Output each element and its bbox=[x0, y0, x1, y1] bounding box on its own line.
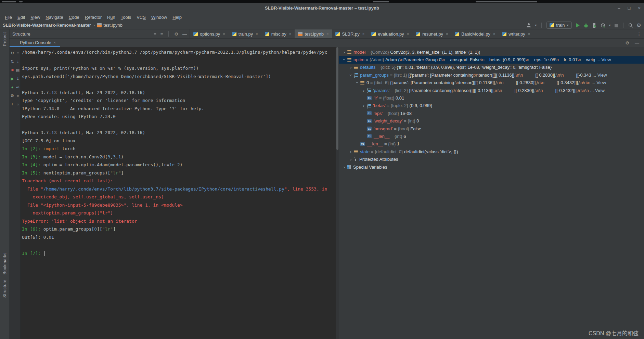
menu-item-window[interactable]: Window bbox=[149, 15, 170, 20]
chevron-down-icon[interactable]: ▾ bbox=[535, 23, 537, 27]
console-toolbar-icon[interactable]: ■ bbox=[11, 68, 13, 73]
search-everywhere-icon[interactable] bbox=[628, 22, 633, 28]
console-toolbar-icon[interactable]: ∞ bbox=[16, 85, 20, 90]
sort-icon[interactable]: ≡ bbox=[154, 31, 156, 37]
menu-item-tools[interactable]: Tools bbox=[118, 15, 134, 20]
variable-row-optim[interactable]: ›optim = {Adam} Adam (\nParameter Group … bbox=[339, 56, 644, 63]
menu-item-run[interactable]: Run bbox=[104, 15, 118, 20]
menu-item-edit[interactable]: Edit bbox=[15, 15, 28, 20]
editor-tab-test.ipynb[interactable]: test.ipynb× bbox=[295, 29, 332, 38]
chevron-down-icon[interactable]: › bbox=[355, 80, 360, 86]
console-toolbar-icon[interactable]: ⇅ bbox=[11, 59, 14, 64]
view-link[interactable]: ... View bbox=[595, 57, 613, 62]
view-link[interactable]: ... View bbox=[590, 80, 608, 85]
variable-row-eps[interactable]: 01'eps' = {float} 1e-08 bbox=[339, 109, 644, 117]
hide-panel-icon[interactable]: — bbox=[182, 31, 187, 37]
run-with-coverage-button[interactable] bbox=[592, 22, 597, 28]
debug-button[interactable] bbox=[583, 22, 589, 28]
tab-overflow-icon[interactable]: ⋮ bbox=[634, 29, 644, 38]
breadcrumb-project[interactable]: SLBR-Visible-Watermark-Removal-master bbox=[3, 23, 91, 28]
menu-item-navigate[interactable]: Navigate bbox=[43, 15, 66, 20]
editor-tab-options.py[interactable]: options.py× bbox=[190, 29, 229, 38]
editor-tab-evaluation.py[interactable]: evaluation.py× bbox=[368, 29, 412, 38]
console-scrollbar[interactable] bbox=[336, 47, 339, 339]
breadcrumb-file[interactable]: test.ipynb bbox=[103, 23, 123, 28]
editor-tab-misc.py[interactable]: misc.py× bbox=[261, 29, 295, 38]
close-tab-icon[interactable]: × bbox=[362, 32, 364, 36]
console-toolbar-icon[interactable]: ▶ bbox=[11, 76, 14, 81]
python-console-output[interactable]: /home/harry/.conda/envs/Torch/bin/python… bbox=[21, 47, 336, 339]
variable-row-ProtectedAttributes[interactable]: ›Protected Attributes bbox=[339, 155, 644, 163]
close-tab-icon[interactable]: × bbox=[289, 32, 291, 36]
view-link[interactable]: ... View bbox=[591, 73, 609, 78]
console-toolbar-icon[interactable]: ↓ bbox=[17, 59, 19, 64]
console-toolbar-icon[interactable]: ⚙ bbox=[11, 93, 14, 98]
variable-row-model[interactable]: ›model = {Conv2d} Conv2d(3, 3, kernel_si… bbox=[339, 48, 644, 56]
close-tab-icon[interactable]: × bbox=[223, 32, 225, 36]
menu-item-view[interactable]: View bbox=[28, 15, 43, 20]
variable-row-params[interactable]: ›1 2 3'params' = {list: 2} [Parameter co… bbox=[339, 87, 644, 94]
close-tab-icon[interactable]: × bbox=[256, 32, 258, 36]
settings-gear-icon[interactable]: ⚙ bbox=[637, 22, 641, 28]
profiler-button[interactable] bbox=[601, 22, 606, 28]
run-button[interactable] bbox=[575, 23, 580, 28]
chevron-down-icon[interactable]: ▾ bbox=[609, 23, 611, 27]
chevron-right-icon[interactable]: › bbox=[348, 157, 354, 162]
console-toolbar-icon[interactable]: ○ bbox=[16, 102, 19, 107]
maximize-window-icon[interactable]: □ bbox=[628, 5, 631, 11]
editor-tab-BasicModel.py[interactable]: BasicModel.py× bbox=[451, 29, 499, 38]
chevron-right-icon[interactable]: › bbox=[361, 103, 367, 108]
chevron-down-icon[interactable]: › bbox=[342, 57, 347, 63]
variable-row-__len__[interactable]: 01__len__ = {int} 6 bbox=[339, 132, 644, 140]
view-link[interactable]: ... View bbox=[589, 88, 607, 93]
chevron-down-icon[interactable]: › bbox=[348, 72, 353, 78]
variable-row-lr[interactable]: 01'lr' = {float} 0.01 bbox=[339, 94, 644, 102]
editor-tab-resunet.py[interactable]: resunet.py× bbox=[412, 29, 451, 38]
menu-item-vcs[interactable]: VCS bbox=[134, 15, 149, 20]
close-tab-icon[interactable]: × bbox=[446, 32, 448, 36]
minimize-window-icon[interactable]: – bbox=[618, 5, 620, 11]
tool-window-button-project[interactable]: Project bbox=[2, 32, 7, 46]
close-tab-icon[interactable]: × bbox=[528, 32, 530, 36]
close-tab-icon[interactable]: × bbox=[493, 32, 495, 36]
chevron-right-icon[interactable]: › bbox=[348, 65, 354, 70]
console-toolbar-icon[interactable]: ● bbox=[11, 85, 13, 90]
scrollbar-thumb[interactable] bbox=[336, 47, 338, 150]
console-toolbar-icon[interactable]: ↧ bbox=[16, 76, 20, 81]
variable-row-SpecialVariables[interactable]: ›Special Variables bbox=[339, 163, 644, 171]
close-icon[interactable]: × bbox=[54, 40, 56, 44]
run-configuration-select[interactable]: train ▾ bbox=[546, 22, 571, 29]
variable-row-amsgrad[interactable]: 01'amsgrad' = {bool} False bbox=[339, 125, 644, 132]
editor-tab-train.py[interactable]: train.py× bbox=[229, 29, 261, 38]
menu-item-refactor[interactable]: Refactor bbox=[82, 15, 104, 20]
code-with-me-users-icon[interactable] bbox=[526, 22, 531, 28]
console-toolbar-icon[interactable]: ▤ bbox=[16, 68, 20, 73]
close-tab-icon[interactable]: × bbox=[326, 32, 329, 36]
console-toolbar-icon[interactable]: ↻ bbox=[11, 51, 14, 55]
console-toolbar-icon[interactable]: » bbox=[17, 93, 19, 98]
variable-row-param_groups[interactable]: ›1 2 3param_groups = {list: 1} [{'params… bbox=[339, 71, 644, 79]
variable-row-__len__[interactable]: 01__len__ = {int} 1 bbox=[339, 140, 644, 148]
variable-row-weight_decay[interactable]: 01'weight_decay' = {int} 0 bbox=[339, 117, 644, 125]
console-toolbar-icon[interactable]: + bbox=[11, 102, 13, 107]
variable-row-0[interactable]: ›0 = {dict: 6} {'params': [Parameter con… bbox=[339, 79, 644, 87]
console-toolbar-icon[interactable]: ≡ bbox=[16, 51, 19, 55]
tool-window-button-bookmarks[interactable]: Bookmarks bbox=[2, 252, 7, 275]
editor-tab-SLBR.py[interactable]: SLBR.py× bbox=[332, 29, 368, 38]
chevron-right-icon[interactable]: › bbox=[361, 88, 367, 93]
chevron-right-icon[interactable]: › bbox=[341, 165, 347, 170]
editor-tab-writer.py[interactable]: writer.py× bbox=[499, 29, 533, 38]
variable-row-defaults[interactable]: ›defaults = {dict: 5} {'lr': 0.01, 'beta… bbox=[339, 64, 644, 71]
menu-item-help[interactable]: Help bbox=[170, 15, 184, 20]
variable-row-state[interactable]: ›state = {defaultdict: 0} defaultdict(<c… bbox=[339, 148, 644, 155]
menu-item-code[interactable]: Code bbox=[66, 15, 82, 20]
python-console-tab[interactable]: Python Console × bbox=[10, 39, 60, 47]
variable-row-betas[interactable]: ›1 2 3'betas' = {tuple: 2} (0.9, 0.999) bbox=[339, 102, 644, 109]
menu-item-file[interactable]: File bbox=[2, 15, 15, 20]
close-tab-icon[interactable]: × bbox=[407, 32, 409, 36]
gear-icon[interactable]: ⚙ bbox=[174, 31, 178, 37]
tool-window-button-structure[interactable]: Structure bbox=[2, 279, 7, 298]
filter-icon[interactable]: ≡ bbox=[160, 31, 163, 37]
hide-panel-icon[interactable]: — bbox=[635, 40, 639, 45]
chevron-right-icon[interactable]: › bbox=[341, 50, 347, 55]
